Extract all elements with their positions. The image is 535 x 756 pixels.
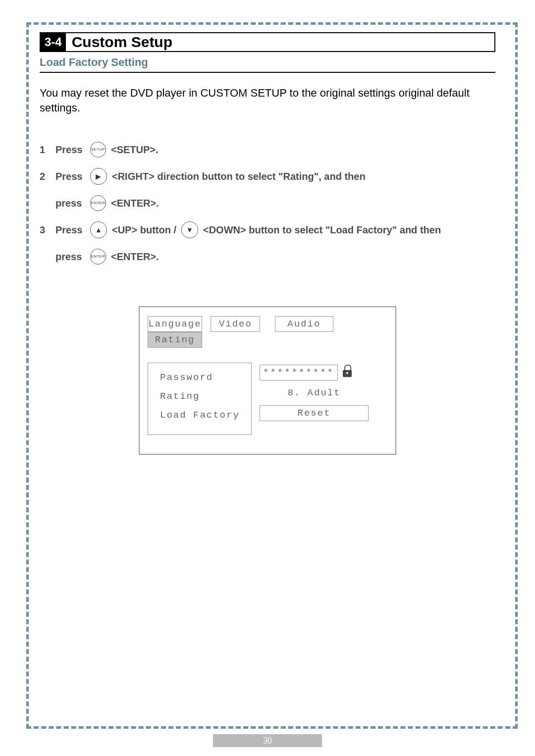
menu-item-password: Password: [160, 368, 245, 387]
step-3-cont: press ENTER <ENTER>.: [40, 247, 495, 267]
step-number: 3: [40, 220, 53, 240]
tag-right: <RIGHT>: [112, 166, 155, 186]
osd-panel: Language Video Audio Rating Password Rat…: [139, 306, 396, 455]
page-number-badge: 30: [213, 734, 322, 747]
press-label: press: [55, 193, 85, 213]
osd-menu-list: Password Rating Load Factory: [148, 363, 252, 435]
menu-item-rating: Rating: [160, 387, 245, 406]
loadfactory-value: Reset: [260, 405, 369, 421]
osd-tabs: Language Video Audio Rating: [148, 316, 387, 348]
enter-button-icon: ENTER: [90, 249, 106, 265]
down-arrow-icon: ▼: [181, 221, 198, 238]
lock-icon: [342, 367, 353, 378]
press-label: Press: [55, 166, 85, 186]
up-arrow-icon: ▲: [90, 221, 107, 238]
press-label: press: [55, 247, 85, 267]
tab-video: Video: [211, 316, 260, 332]
step-3: 3 Press ▲ <UP> button / ▼ <DOWN> button …: [40, 220, 495, 240]
tag-setup: <SETUP>.: [111, 140, 159, 160]
page-number: 30: [263, 736, 272, 746]
intro-text: You may reset the DVD player in CUSTOM S…: [40, 86, 495, 115]
step-2-cont: press ENTER <ENTER>.: [40, 193, 495, 213]
setup-button-icon: SETUP: [90, 142, 106, 158]
password-value: **********: [260, 365, 338, 380]
step-number: 1: [40, 140, 53, 160]
step-2: 2 Press ▶ <RIGHT> direction button to se…: [40, 166, 495, 186]
menu-item-loadfactory: Load Factory: [160, 406, 245, 425]
tag-enter: <ENTER>.: [111, 247, 159, 267]
right-arrow-icon: ▶: [90, 168, 107, 185]
enter-button-icon: ENTER: [90, 195, 106, 211]
osd-values: ********** 8. Adult Reset: [260, 363, 369, 435]
tab-audio: Audio: [275, 316, 333, 332]
section-subtitle: Load Factory Setting: [40, 54, 495, 73]
section-header: 3-4 Custom Setup: [40, 32, 495, 52]
tab-rating: Rating: [148, 332, 202, 348]
step-1: 1 Press SETUP <SETUP>.: [40, 140, 495, 160]
tag-enter: <ENTER>.: [111, 193, 159, 213]
step-number: 2: [40, 166, 53, 186]
press-label: Press: [55, 220, 85, 240]
section-title: Custom Setup: [66, 34, 172, 51]
tab-language: Language: [148, 316, 202, 332]
rating-value: 8. Adult: [260, 385, 369, 400]
section-number: 3-4: [41, 33, 66, 51]
press-label: Press: [55, 140, 85, 160]
tag-down: <DOWN> button to select "Load Factory" a…: [203, 220, 441, 240]
step-2-text: direction button to select "Rating", and…: [158, 166, 366, 186]
tag-up: <UP> button /: [112, 220, 176, 240]
